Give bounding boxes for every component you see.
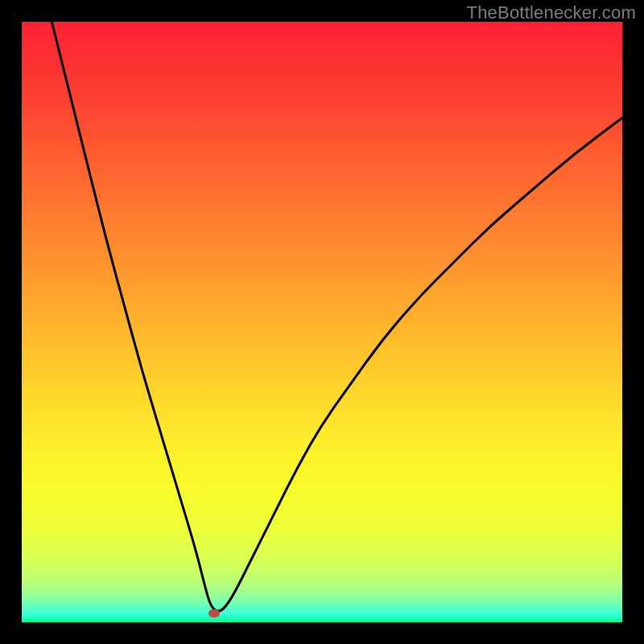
- chart-frame: TheBottlenecker.com: [0, 0, 644, 644]
- bottleneck-curve: [22, 22, 622, 622]
- plot-area: [22, 22, 622, 622]
- watermark-text: TheBottlenecker.com: [467, 2, 636, 23]
- optimal-point-marker: [208, 609, 220, 617]
